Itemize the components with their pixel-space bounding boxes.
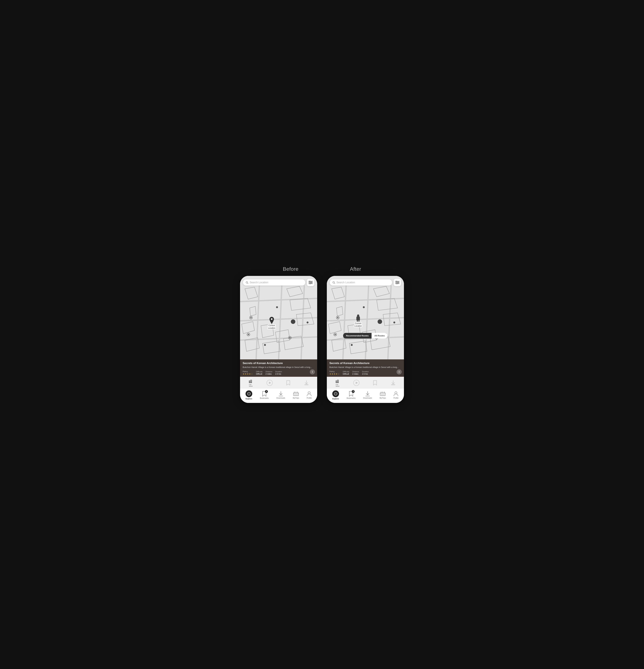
svg-marker-71	[336, 307, 343, 316]
svg-line-69	[388, 286, 391, 359]
before-shortcut-city[interactable]: City:Seoul	[248, 379, 253, 387]
svg-point-25	[289, 337, 291, 338]
after-recommended-routes-btn[interactable]: Recommended Routes	[343, 333, 372, 339]
before-stat-duration: Duration 2.5 hrs	[275, 371, 282, 375]
before-nav-mytrips[interactable]: MyTrips	[293, 391, 299, 399]
after-explore-icon	[334, 392, 337, 396]
before-bookmark-icon	[286, 380, 290, 385]
after-downloads-icon	[365, 391, 370, 396]
after-profile-icon	[393, 391, 398, 396]
svg-marker-8	[242, 322, 254, 334]
after-bookmarks-badge: 4	[352, 390, 355, 393]
after-nav-profile-label: Profile	[393, 397, 398, 399]
before-search-placeholder: Search Location	[250, 281, 268, 284]
after-nav-bookmarks-label: Bookmarks	[347, 397, 355, 399]
before-search-bar[interactable]: Search Location	[243, 280, 305, 286]
svg-rect-108	[337, 381, 338, 382]
before-card-stats: Rating ★★★★☆ Difficulty Difficult Distan…	[243, 370, 314, 375]
before-mytrips-icon	[293, 391, 299, 396]
after-shortcut-city[interactable]: City:Seoul	[335, 379, 340, 387]
svg-point-114	[335, 394, 336, 394]
svg-rect-107	[338, 380, 338, 381]
svg-point-63	[308, 392, 310, 394]
before-downloads-icon	[278, 391, 283, 396]
before-stat-difficulty: Difficulty Difficult	[256, 371, 263, 375]
before-shortcut-play[interactable]	[267, 380, 273, 386]
svg-point-81	[363, 306, 365, 308]
before-nav-explore[interactable]: Explore	[246, 390, 252, 400]
svg-rect-104	[336, 381, 336, 381]
svg-rect-121	[380, 393, 385, 396]
svg-marker-74	[377, 298, 397, 310]
after-nav-downloads-label: Downloads	[363, 397, 372, 399]
after-nav-downloads[interactable]: Downloads	[363, 391, 372, 399]
after-bottom-card: Secrets of Korean Architecture Bukchon H…	[327, 359, 404, 376]
after-shortcuts-bar: City:Seoul	[327, 377, 404, 388]
before-nav-bookmarks[interactable]: 4 Bookmarks	[260, 391, 269, 399]
before-map-svg	[240, 276, 317, 359]
svg-point-61	[296, 395, 296, 395]
before-nav-mytrips-label: MyTrips	[293, 397, 299, 399]
svg-point-87	[335, 334, 336, 335]
svg-point-126	[381, 395, 382, 395]
svg-rect-41	[251, 380, 252, 381]
svg-point-48	[249, 394, 249, 394]
svg-line-65	[327, 318, 404, 321]
after-search-bar[interactable]: Search Location	[330, 280, 392, 286]
svg-point-17	[276, 306, 278, 308]
svg-rect-42	[251, 381, 251, 382]
before-info-button[interactable]: i	[310, 369, 315, 374]
after-shortcut-bookmark[interactable]	[373, 380, 377, 385]
svg-marker-9	[286, 286, 303, 297]
svg-point-34	[310, 283, 311, 284]
after-nav-mytrips[interactable]: MyTrips	[379, 391, 386, 399]
after-shortcut-play[interactable]	[353, 380, 360, 386]
before-explore-icon	[247, 392, 251, 396]
svg-point-82	[393, 322, 395, 324]
before-phone: Search Location	[240, 276, 317, 403]
svg-rect-101	[359, 320, 360, 322]
before-nav-downloads[interactable]: Downloads	[276, 391, 285, 399]
svg-rect-106	[337, 380, 338, 381]
before-card-description: Bukchon Hanok Village is a Korean tradit…	[243, 366, 314, 369]
before-nav-profile[interactable]: Profile	[307, 391, 312, 399]
after-person-icon	[355, 314, 361, 322]
svg-line-28	[248, 283, 248, 284]
after-card-stats: Rating ★★★★☆ Difficulty Difficult Distan…	[330, 370, 401, 375]
before-stat-distance: Distance 2 miles	[265, 371, 272, 375]
svg-marker-111	[356, 382, 358, 384]
after-play-icon	[353, 380, 360, 386]
svg-marker-11	[296, 313, 314, 326]
svg-rect-43	[251, 381, 252, 382]
before-nav-bookmarks-label: Bookmarks	[260, 397, 269, 399]
svg-point-23	[248, 334, 249, 335]
after-label: After	[350, 266, 361, 272]
after-mytrips-icon	[380, 391, 386, 396]
before-filter-button[interactable]	[307, 279, 314, 286]
svg-point-129	[395, 392, 397, 394]
svg-rect-38	[249, 381, 250, 381]
after-card-description: Bukchon Hanok Village is a Korean tradit…	[330, 366, 401, 369]
after-bottom-nav: Explore 4 Bookmarks	[327, 388, 404, 403]
after-all-routes-btn[interactable]: All Routes	[372, 333, 388, 339]
before-shortcut-bookmark[interactable]	[286, 380, 290, 385]
before-nav-downloads-label: Downloads	[276, 397, 285, 399]
after-card-title: Secrets of Korean Architecture	[330, 362, 401, 365]
svg-marker-6	[245, 287, 258, 299]
before-pin-icon	[269, 317, 275, 324]
after-stat-difficulty: Difficulty Difficult	[343, 371, 349, 375]
after-shortcut-download[interactable]	[391, 380, 396, 385]
svg-point-127	[382, 395, 383, 395]
after-info-button[interactable]: i	[396, 369, 402, 374]
before-map-area: Search Location	[240, 276, 317, 359]
svg-marker-70	[332, 287, 345, 299]
before-stat-rating: Rating ★★★★☆	[243, 370, 253, 375]
svg-point-85	[337, 317, 338, 318]
after-nav-bookmarks[interactable]: 4 Bookmarks	[347, 391, 355, 399]
svg-point-62	[297, 395, 297, 395]
svg-point-96	[398, 282, 398, 283]
after-nav-explore[interactable]: Explore	[332, 390, 339, 400]
after-nav-profile[interactable]: Profile	[393, 391, 398, 399]
before-shortcut-download[interactable]	[304, 380, 309, 385]
after-filter-button[interactable]	[394, 279, 401, 286]
